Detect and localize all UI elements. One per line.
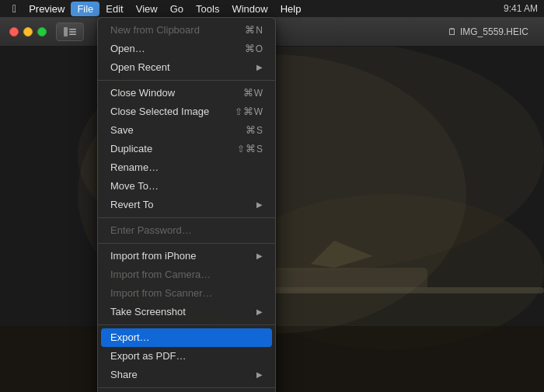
shortcut-open: ⌘O — [245, 41, 263, 57]
svg-rect-8 — [69, 29, 76, 30]
traffic-lights — [9, 27, 47, 36]
menu-item-close-selected[interactable]: Close Selected Image ⇧⌘W — [98, 102, 275, 121]
menu-item-screenshot[interactable]: Take Screenshot ▶ — [98, 303, 275, 321]
separator-2 — [98, 217, 275, 218]
menubar-view[interactable]: View — [130, 2, 164, 16]
menubar-preview[interactable]: Preview — [23, 2, 71, 16]
minimize-button[interactable] — [23, 27, 33, 36]
menu-item-import-scanner[interactable]: Import from Scanner… — [98, 284, 275, 303]
shortcut-duplicate: ⇧⌘S — [237, 141, 263, 157]
menubar-window[interactable]: Window — [225, 2, 274, 16]
shortcut-close-selected: ⇧⌘W — [235, 104, 263, 120]
menu-item-import-camera[interactable]: Import from Camera… — [98, 265, 275, 284]
file-dropdown-menu: New from Clipboard ⌘N Open… ⌘O Open Rece… — [97, 17, 276, 392]
arrow-open-recent: ▶ — [256, 60, 263, 75]
menubar-tools[interactable]: Tools — [190, 2, 225, 16]
separator-5 — [98, 387, 275, 388]
menu-item-rename[interactable]: Rename… — [98, 158, 275, 177]
shortcut-close: ⌘W — [243, 85, 263, 101]
menu-item-save[interactable]: Save ⌘S — [98, 121, 275, 140]
arrow-import-iphone: ▶ — [256, 248, 263, 264]
menu-item-import-iphone[interactable]: Import from iPhone ▶ — [98, 247, 275, 265]
file-name: IMG_5559.HEIC — [460, 26, 528, 37]
separator-3 — [98, 243, 275, 244]
menu-item-duplicate[interactable]: Duplicate ⇧⌘S — [98, 140, 275, 158]
menu-item-enter-password[interactable]: Enter Password… — [98, 221, 275, 240]
menu-item-close-window[interactable]: Close Window ⌘W — [98, 84, 275, 102]
menu-item-export-pdf[interactable]: Export as PDF… — [98, 347, 275, 366]
menubar-help[interactable]: Help — [274, 2, 308, 16]
menubar-edit[interactable]: Edit — [99, 2, 129, 16]
shortcut-new: ⌘N — [245, 23, 263, 38]
menu-item-export[interactable]: Export… — [101, 328, 272, 347]
close-button[interactable] — [9, 27, 19, 36]
arrow-revert-to: ▶ — [256, 197, 263, 213]
fullscreen-button[interactable] — [37, 27, 47, 36]
svg-rect-7 — [64, 27, 68, 36]
svg-rect-9 — [69, 31, 76, 33]
separator-4 — [98, 324, 275, 325]
window-title: 🗒 IMG_5559.HEIC — [448, 26, 528, 37]
arrow-share: ▶ — [256, 367, 263, 383]
apple-menu-icon[interactable]:  — [6, 2, 23, 15]
menu-item-open[interactable]: Open… ⌘O — [98, 40, 275, 58]
separator-1 — [98, 80, 275, 81]
svg-rect-10 — [69, 33, 76, 35]
menubar-go[interactable]: Go — [164, 2, 190, 16]
menu-item-move-to[interactable]: Move To… — [98, 177, 275, 196]
menubar-file[interactable]: File — [71, 2, 99, 16]
menubar-clock: 9:41 AM — [504, 3, 538, 14]
menu-item-revert-to[interactable]: Revert To ▶ — [98, 196, 275, 214]
sidebar-toggle-button[interactable] — [56, 23, 84, 41]
file-icon: 🗒 — [448, 26, 457, 37]
shortcut-save: ⌘S — [246, 123, 263, 138]
menu-item-open-recent[interactable]: Open Recent ▶ — [98, 58, 275, 77]
menubar-right: 9:41 AM — [504, 3, 538, 14]
arrow-screenshot: ▶ — [256, 304, 263, 320]
menu-item-new-from-clipboard[interactable]: New from Clipboard ⌘N — [98, 21, 275, 40]
menu-item-share[interactable]: Share ▶ — [98, 366, 275, 384]
menubar:  Preview File Edit View Go Tools Window… — [0, 0, 544, 17]
